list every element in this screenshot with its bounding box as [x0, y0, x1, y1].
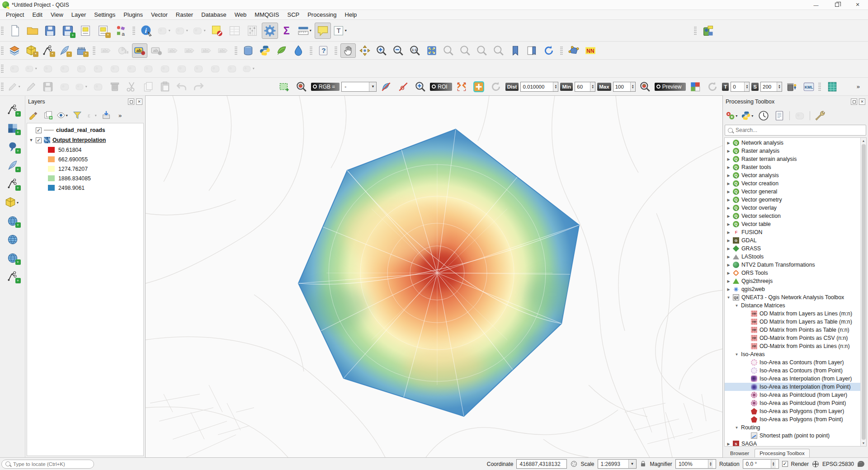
toolbox-item-vector-general[interactable]: ▶QVector general [725, 188, 866, 196]
history-button[interactable] [756, 109, 771, 122]
toolbox-search[interactable] [725, 125, 866, 136]
new-mesh-layer-button[interactable]: * [74, 43, 89, 58]
add-vector-layer-button[interactable]: + [4, 102, 21, 118]
layer-name[interactable]: Output Interpolation [52, 137, 106, 143]
zoom-native-button[interactable] [407, 43, 423, 58]
toolbar-overflow-icon[interactable]: » [857, 83, 863, 90]
add-database-layer-button[interactable]: ▾ [4, 195, 21, 210]
add-wfs-layer-button[interactable]: + [4, 250, 21, 266]
toolbox-item-distance-matrices[interactable]: ▼Distance Matrices [725, 301, 866, 310]
scroll-down-icon[interactable]: ▼ [862, 440, 865, 446]
toolbox-item-routing[interactable]: ▼Routing [725, 423, 866, 432]
toolbox-item-shortest-path-point-to-point[interactable]: Shortest path (point to point) [725, 432, 866, 440]
layer-checkbox[interactable]: ✓ [36, 137, 42, 143]
toolbox-item-od-matrix-from-points-as-csv-n-n[interactable]: ODOD-Matrix from Points as CSV (n:n) [725, 334, 866, 342]
save-project-button[interactable] [42, 23, 58, 39]
scp-classification-preview-button[interactable] [688, 80, 703, 94]
manage-map-themes-button[interactable]: ▾ [56, 109, 70, 122]
remove-layer-group-button[interactable] [99, 109, 113, 122]
collapse-arrow-icon[interactable]: ▼ [735, 426, 739, 430]
render-checkbox[interactable]: ✓ [782, 461, 788, 467]
menu-view[interactable]: View [47, 10, 67, 19]
pan-map-button[interactable] [340, 43, 356, 58]
toolbox-item-vector-selection[interactable]: ▶QVector selection [725, 212, 866, 220]
add-delimited-text-layer-button[interactable]: + [4, 139, 21, 155]
menu-edit[interactable]: Edit [28, 10, 46, 19]
toolbox-item-lastools[interactable]: ▶LAStools [725, 253, 866, 261]
collapse-arrow-icon[interactable]: ▼ [726, 296, 731, 300]
current-edits-dropdown-icon[interactable]: ▾ [19, 85, 22, 89]
locator-bar[interactable] [1, 460, 94, 469]
toolbar-drag-handle[interactable] [1, 64, 4, 73]
scp-export-kml-button[interactable] [801, 80, 816, 94]
add-raster-layer-button[interactable]: + [4, 121, 21, 136]
toolbox-item-fusion[interactable]: ▶FFUSION [725, 228, 866, 236]
toolbox-item-network-analysis[interactable]: ▶QNetwork analysis [725, 139, 866, 147]
toolbar-drag-handle[interactable] [560, 46, 563, 55]
toolbox-item-od-matrix-from-points-as-lines-n-n[interactable]: ODOD-Matrix from Points as Lines (n:n) [725, 342, 866, 350]
add-wms-wmts-layer-button[interactable]: + [4, 213, 21, 229]
show-spatial-bookmarks-button[interactable] [524, 43, 540, 58]
toolbar-drag-handle[interactable] [310, 46, 312, 55]
expand-arrow-icon[interactable]: ▶ [726, 149, 731, 153]
show-layout-manager-button[interactable]: * [95, 23, 111, 39]
new-spatial-bookmark-button[interactable] [508, 43, 523, 58]
menu-database[interactable]: Database [197, 10, 231, 19]
python-scripts-button[interactable]: ▾ [741, 109, 755, 122]
toolbar-drag-handle[interactable] [132, 26, 135, 35]
toolbox-item-vector-table[interactable]: ▶QVector table [725, 220, 866, 228]
tab-processing-toolbox[interactable]: Processing Toolbox [755, 449, 810, 457]
locator-input[interactable] [13, 461, 90, 467]
expand-arrow-icon[interactable]: ▶ [726, 442, 731, 446]
toolbox-item-iso-area-as-pointcloud-from-point[interactable]: Iso-Area as Pointcloud (from Point) [725, 399, 866, 407]
measure-line-dropdown-icon[interactable]: ▾ [310, 28, 313, 33]
filter-legend-by-expression-dropdown-icon[interactable]: ▾ [95, 113, 98, 118]
messages-icon[interactable] [857, 461, 864, 468]
minimize-button[interactable]: — [806, 0, 826, 9]
scroll-up-icon[interactable]: ▲ [862, 138, 865, 144]
expand-arrow-icon[interactable]: ▶ [726, 222, 731, 226]
select-features-dropdown-icon[interactable]: ▾ [186, 28, 189, 33]
expand-arrow-icon[interactable]: ▶ [726, 174, 731, 178]
legend-entry[interactable]: 50.61804 [27, 145, 143, 155]
layers-panel-float-button[interactable] [128, 99, 134, 105]
add-spatialite-layer-button[interactable]: + [4, 158, 21, 173]
menu-layer[interactable]: Layer [67, 10, 90, 19]
scp-spinbox[interactable]: 0.010000▲▼ [520, 82, 558, 92]
toolbar-drag-handle[interactable] [818, 82, 821, 91]
rotation-spinner[interactable]: 0.0 °▲▼ [743, 459, 779, 469]
refresh-map-button[interactable] [541, 43, 557, 58]
expand-arrow-icon[interactable]: ▶ [726, 271, 731, 275]
manage-map-themes-dropdown-icon[interactable]: ▾ [66, 113, 69, 118]
options-button[interactable] [813, 109, 827, 122]
toolbox-item-raster-analysis[interactable]: ▶QRaster analysis [725, 147, 866, 155]
close-button[interactable]: ✕ [847, 0, 868, 9]
digitize-with-curve-dropdown-icon[interactable]: ▾ [35, 66, 38, 70]
scrollbar-thumb[interactable] [862, 144, 866, 440]
toolbox-float-button[interactable] [851, 99, 857, 105]
toolbox-item-grass[interactable]: ▶GRASS [725, 244, 866, 253]
menu-plugins[interactable]: Plugins [119, 10, 147, 19]
expand-arrow-icon[interactable]: ▶ [726, 247, 731, 251]
open-project-button[interactable] [24, 23, 41, 39]
scp-rgb-combo[interactable]: -▼ [341, 82, 377, 92]
tree-scrollbar[interactable]: ▲ ▼ [860, 138, 866, 446]
scp-stretch-view-button[interactable] [294, 80, 309, 94]
scale-dropdown-icon[interactable]: ▼ [628, 460, 636, 468]
collapse-arrow-icon[interactable]: ▼ [29, 138, 33, 142]
menu-web[interactable]: Web [231, 10, 251, 19]
expand-arrow-icon[interactable]: ▶ [726, 255, 731, 259]
map-tips-button[interactable] [315, 23, 331, 39]
menu-scp[interactable]: SCP [283, 10, 303, 19]
restore-button[interactable] [826, 0, 847, 9]
search-input[interactable] [736, 127, 863, 133]
toolbox-item-vector-analysis[interactable]: ▶QVector analysis [725, 171, 866, 179]
layers-panel-close-button[interactable]: ✕ [136, 99, 142, 105]
extents-tracking-icon[interactable] [570, 461, 577, 468]
help-contents-button[interactable] [316, 43, 331, 58]
text-annotation-button[interactable]: ▾ [332, 23, 349, 39]
legend-entry[interactable]: 2498.9061 [27, 183, 143, 193]
toolbar-drag-handle[interactable] [1, 82, 4, 91]
toolbar-drag-handle[interactable] [694, 26, 697, 35]
lock-scale-icon[interactable] [640, 461, 647, 468]
